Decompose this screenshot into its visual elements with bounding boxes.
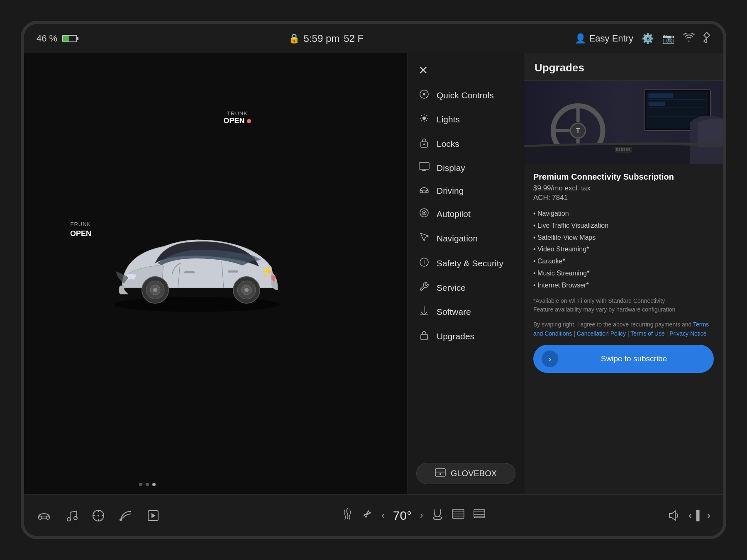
- battery-percentage: 46 %: [37, 33, 57, 44]
- svg-point-42: [439, 473, 441, 475]
- easy-entry-label: Easy Entry: [589, 33, 633, 44]
- menu-item-navigation[interactable]: Navigation: [408, 226, 524, 251]
- feature-maps: • Satellite-View Maps: [533, 232, 714, 244]
- car-icon-bottom[interactable]: [37, 510, 51, 521]
- temp-value: 70°: [393, 509, 412, 523]
- volume-bar: ▌: [696, 510, 703, 521]
- navigation-label: Navigation: [437, 234, 478, 243]
- privacy-notice-link[interactable]: Privacy Notice: [669, 330, 706, 337]
- wifi-icon[interactable]: [683, 33, 695, 44]
- frunk-status-text: OPEN: [70, 229, 91, 239]
- temp-display-status: 52 F: [344, 33, 364, 44]
- trunk-open-indicator: [247, 119, 251, 123]
- volume-up-button[interactable]: ›: [707, 509, 710, 522]
- menu-item-safety[interactable]: i Safety & Security: [408, 251, 524, 276]
- frunk-label-text: FRUNK: [70, 221, 91, 228]
- lights-label: Lights: [437, 114, 460, 124]
- upgrades-menu-label: Upgrades: [437, 331, 474, 341]
- svg-text:⚡: ⚡: [261, 265, 273, 277]
- svg-rect-40: [435, 469, 445, 476]
- menu-item-quick-controls[interactable]: Quick Controls: [408, 83, 524, 107]
- menu-item-lights[interactable]: Lights: [408, 107, 524, 131]
- volume-down-button[interactable]: ‹: [688, 509, 692, 522]
- close-button[interactable]: ✕: [408, 61, 438, 83]
- cancellation-policy-link[interactable]: Cancellation Policy: [577, 330, 626, 337]
- feature-traffic: • Live Traffic Visualization: [533, 220, 714, 232]
- svg-point-71: [98, 515, 99, 516]
- fan-icon[interactable]: [361, 508, 374, 523]
- svg-point-35: [423, 212, 425, 214]
- music-icon[interactable]: [66, 509, 78, 522]
- features-list: • Navigation • Live Traffic Visualizatio…: [533, 208, 714, 292]
- swipe-to-subscribe-button[interactable]: › Swipe to subscribe: [533, 345, 714, 373]
- main-content: FRUNK OPEN TRUNK OPEN: [24, 53, 723, 494]
- subscription-title: Premium Connectivity Subscription: [533, 172, 714, 182]
- camera-icon[interactable]: 📷: [662, 33, 675, 44]
- heated-rear-icon[interactable]: [473, 508, 486, 523]
- seat-icon[interactable]: [432, 508, 443, 523]
- svg-point-16: [422, 117, 426, 120]
- seat-heat-icon[interactable]: [342, 508, 353, 523]
- dot-2: [146, 483, 149, 486]
- menu-item-locks[interactable]: Locks: [408, 131, 524, 156]
- svg-rect-84: [474, 509, 485, 518]
- status-right: 👤 Easy Entry ⚙️ 📷: [575, 32, 710, 46]
- rear-defrost-icon[interactable]: [452, 509, 465, 522]
- svg-point-12: [244, 288, 249, 292]
- quick-controls-label: Quick Controls: [437, 90, 494, 100]
- autopilot-icon: [418, 208, 430, 220]
- software-label: Software: [437, 307, 471, 317]
- temp-increase-button[interactable]: ›: [420, 510, 423, 521]
- menu-item-autopilot[interactable]: Autopilot: [408, 202, 524, 226]
- glovebox-button[interactable]: GLOVEBOX: [416, 463, 515, 484]
- bottom-bar: ‹ 70° ›: [24, 494, 723, 536]
- quick-controls-icon: [418, 89, 430, 102]
- media-icon[interactable]: [147, 509, 159, 522]
- terms-of-use-link[interactable]: Terms of Use: [630, 330, 664, 337]
- menu-item-service[interactable]: Service: [408, 276, 524, 300]
- locks-icon: [418, 137, 430, 151]
- svg-rect-59: [616, 148, 618, 151]
- svg-point-78: [366, 513, 369, 515]
- autopilot-label: Autopilot: [437, 209, 471, 219]
- bluetooth-icon[interactable]: [703, 32, 710, 46]
- nav-icon[interactable]: [92, 509, 105, 522]
- bottom-left-icons: [37, 509, 159, 522]
- glovebox-label: GLOVEBOX: [451, 469, 497, 478]
- svg-rect-39: [421, 334, 427, 340]
- easy-entry-button[interactable]: 👤 Easy Entry: [575, 33, 633, 44]
- svg-point-15: [423, 93, 425, 95]
- time-display: 5:59 pm: [304, 33, 340, 44]
- svg-line-23: [426, 115, 427, 116]
- menu-item-display[interactable]: Display: [408, 156, 524, 180]
- swipe-arrow-icon: ›: [542, 351, 558, 367]
- software-icon: [418, 306, 430, 318]
- svg-rect-56: [648, 93, 673, 98]
- glovebox-icon: [435, 468, 446, 479]
- settings-icon[interactable]: ⚙️: [642, 33, 654, 44]
- svg-point-8: [153, 288, 157, 292]
- feature-browser: • Internet Browser*: [533, 280, 714, 292]
- display-icon: [418, 162, 430, 174]
- menu-item-upgrades[interactable]: Upgrades: [408, 324, 524, 349]
- upgrades-content: Premium Connectivity Subscription $9.99/…: [524, 164, 723, 494]
- wipers-icon[interactable]: [119, 510, 132, 521]
- svg-rect-27: [419, 163, 429, 169]
- status-center: 🔒 5:59 pm 52 F: [288, 33, 364, 44]
- menu-panel: ✕ Quick Controls: [408, 53, 524, 494]
- menu-item-driving[interactable]: Driving: [408, 180, 524, 202]
- svg-rect-61: [621, 148, 623, 151]
- disclaimer-text: *Available on Wi-Fi only with Standard C…: [533, 297, 714, 314]
- car-image: ⚡: [97, 222, 296, 338]
- svg-text:i: i: [424, 260, 425, 265]
- safety-icon: i: [418, 257, 430, 270]
- temp-decrease-button[interactable]: ‹: [382, 510, 385, 521]
- lights-icon: [418, 113, 430, 126]
- svg-line-21: [421, 115, 422, 116]
- feature-caraoke: • Caraoke*: [533, 256, 714, 268]
- terms-text: By swiping right, I agree to the above r…: [533, 320, 714, 338]
- menu-item-software[interactable]: Software: [408, 300, 524, 324]
- svg-rect-64: [628, 148, 630, 151]
- svg-rect-63: [626, 148, 627, 151]
- feature-video: • Video Streaming*: [533, 243, 714, 256]
